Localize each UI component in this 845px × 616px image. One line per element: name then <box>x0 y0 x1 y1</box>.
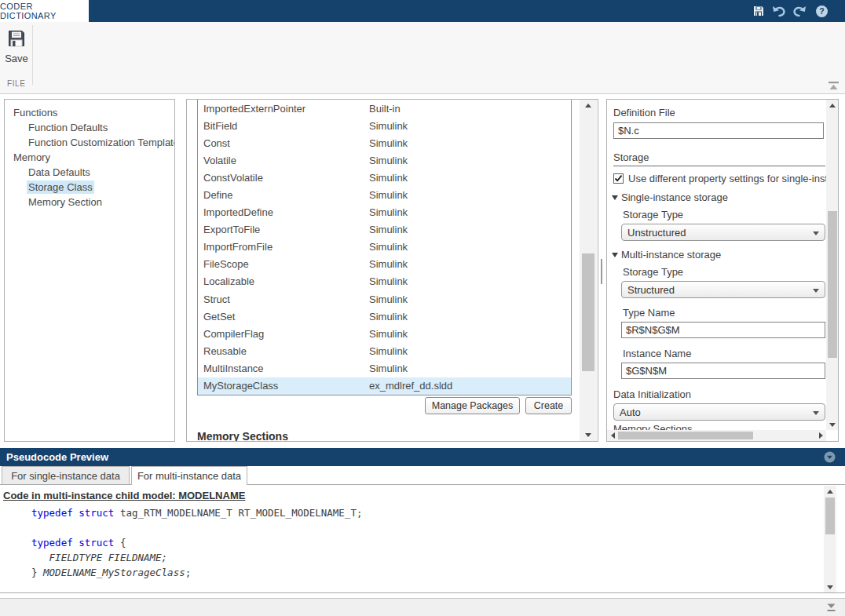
single-instance-storage-expander[interactable]: Single-instance storage <box>612 191 728 203</box>
storage-class-name-cell: Volatile <box>198 155 369 166</box>
storage-class-source-cell: Simulink <box>369 224 571 235</box>
toolstrip-tab-bar: CODER DICTIONARY <box>0 0 845 22</box>
tree-item-storage-class[interactable]: Storage Class <box>5 180 174 195</box>
code-line <box>31 581 362 593</box>
tab-coder-dictionary-label: CODER DICTIONARY <box>0 2 89 20</box>
property-panel-hscrollbar[interactable] <box>607 430 826 441</box>
storage-class-row-importeddefine[interactable]: ImportedDefineSimulink <box>198 204 571 221</box>
storage-class-source-cell: Simulink <box>369 189 571 201</box>
single-storage-type-dropdown[interactable]: Unstructured <box>621 224 825 241</box>
scroll-down-icon[interactable] <box>826 419 839 430</box>
tab-multi-instance-label: For multi-instance data <box>137 470 241 482</box>
storage-class-row-struct[interactable]: StructSimulink <box>198 290 571 308</box>
scroll-left-icon[interactable] <box>607 430 618 441</box>
storage-class-name-cell: Localizable <box>198 275 369 287</box>
storage-class-row-bitfield[interactable]: BitFieldSimulink <box>198 117 571 134</box>
tab-single-instance-data[interactable]: For single-instance data <box>2 466 130 484</box>
tab-coder-dictionary[interactable]: CODER DICTIONARY <box>0 0 89 22</box>
definition-file-label: Definition File <box>613 107 675 118</box>
redo-icon[interactable] <box>792 4 807 18</box>
multi-instance-storage-expander[interactable]: Multi-instance storage <box>612 249 721 261</box>
manage-packages-button[interactable]: Manage Packages <box>425 397 520 414</box>
storage-class-row-multiinstance[interactable]: MultiInstanceSimulink <box>198 359 571 377</box>
storage-class-row-compilerflag[interactable]: CompilerFlagSimulink <box>198 325 571 342</box>
quick-save-icon[interactable] <box>751 4 766 18</box>
storage-class-row-localizable[interactable]: LocalizableSimulink <box>198 273 571 290</box>
tree-item-data-defaults[interactable]: Data Defaults <box>5 165 174 180</box>
undo-icon[interactable] <box>771 4 787 18</box>
collapse-panel-icon[interactable] <box>824 451 836 463</box>
tree-item-label: Function Customization Template <box>27 136 175 149</box>
minimize-panel-icon[interactable] <box>825 602 837 613</box>
scroll-down-icon[interactable] <box>580 429 597 441</box>
storage-class-row-exporttofile[interactable]: ExportToFileSimulink <box>198 221 571 239</box>
storage-class-row-getset[interactable]: GetSetSimulink <box>198 308 571 325</box>
panel-splitter[interactable] <box>601 259 602 284</box>
storage-class-row-reusable[interactable]: ReusableSimulink <box>198 342 571 359</box>
scroll-right-icon[interactable] <box>815 430 826 441</box>
storage-section-header: Storage <box>613 151 825 166</box>
scrollbar-thumb[interactable] <box>825 498 835 534</box>
save-button-label: Save <box>5 53 28 64</box>
scroll-down-icon[interactable] <box>824 581 836 592</box>
storage-class-name-cell: Struct <box>198 293 369 305</box>
status-bar <box>0 598 845 616</box>
storage-class-source-cell: Simulink <box>369 311 571 323</box>
storage-class-source-cell: Built-in <box>369 103 571 115</box>
memory-sections-heading: Memory Sections <box>197 430 288 442</box>
create-button[interactable]: Create <box>525 397 572 414</box>
tree-item-memory-section[interactable]: Memory Section <box>5 195 174 210</box>
scroll-up-icon[interactable] <box>826 100 839 111</box>
storage-class-row-importedexternpointer[interactable]: ImportedExternPointerBuilt-in <box>198 100 571 117</box>
dropdown-arrow-icon <box>813 411 819 415</box>
storage-class-row-const[interactable]: ConstSimulink <box>198 134 571 151</box>
scroll-up-icon[interactable] <box>580 100 597 111</box>
collapse-up-icon <box>827 81 840 91</box>
storage-class-row-define[interactable]: DefineSimulink <box>198 186 571 203</box>
tree-item-label: Function Defaults <box>27 121 109 134</box>
storage-class-row-constvolatile[interactable]: ConstVolatileSimulink <box>198 169 571 186</box>
multi-storage-type-dropdown[interactable]: Structured <box>621 281 825 298</box>
tree-item-memory[interactable]: Memory <box>5 150 174 165</box>
instance-name-input[interactable] <box>621 363 825 379</box>
property-panel-vscrollbar[interactable] <box>826 100 839 430</box>
storage-class-row-filescope[interactable]: FileScopeSimulink <box>198 256 571 273</box>
pseudocode-vscrollbar[interactable] <box>824 486 836 592</box>
storage-class-source-cell: Simulink <box>369 241 571 253</box>
storage-class-source-cell: Simulink <box>369 328 571 340</box>
tree-item-function-customization-template[interactable]: Function Customization Template <box>5 135 174 150</box>
storage-class-source-cell: Simulink <box>369 155 571 166</box>
storage-class-source-cell: Simulink <box>369 206 571 218</box>
storage-class-source-cell: Simulink <box>369 172 571 184</box>
storage-class-row-importfromfile[interactable]: ImportFromFileSimulink <box>198 239 571 256</box>
data-initialization-dropdown[interactable]: Auto <box>613 403 825 421</box>
scrollbar-thumb[interactable] <box>618 432 753 439</box>
chevron-down-line-icon <box>825 603 837 613</box>
single-multi-checkbox[interactable] <box>613 173 624 184</box>
storage-class-name-cell: Define <box>198 189 369 201</box>
save-button[interactable]: Save <box>2 28 31 74</box>
storage-panel-vscrollbar[interactable] <box>580 100 597 441</box>
storage-class-row-volatile[interactable]: VolatileSimulink <box>198 151 571 169</box>
tree-item-function-defaults[interactable]: Function Defaults <box>5 120 174 135</box>
storage-class-source-cell: Simulink <box>369 345 571 357</box>
save-icon <box>752 5 765 17</box>
dictionary-tree-panel: FunctionsFunction DefaultsFunction Custo… <box>4 99 175 442</box>
save-icon <box>6 28 27 49</box>
definition-file-input[interactable] <box>613 122 824 139</box>
type-name-input[interactable] <box>621 322 825 338</box>
storage-class-source-cell: ex_mdlref_dd.sldd <box>369 380 571 392</box>
collapse-toolstrip-icon[interactable] <box>827 80 841 91</box>
storage-class-row-mystorageclass[interactable]: MyStorageClassex_mdlref_dd.sldd <box>198 377 571 395</box>
scrollbar-thumb[interactable] <box>582 253 594 371</box>
tab-multi-instance-data[interactable]: For multi-instance data <box>131 466 247 485</box>
tree-item-label: Memory Section <box>27 195 104 209</box>
pseudocode-preview-header: Pseudocode Preview <box>0 448 845 466</box>
toolstrip: Save FILE <box>0 22 845 94</box>
storage-class-name-cell: Reusable <box>198 345 369 357</box>
tree-item-functions[interactable]: Functions <box>5 105 174 120</box>
scrollbar-thumb[interactable] <box>828 211 837 358</box>
scroll-up-icon[interactable] <box>824 486 836 497</box>
help-icon[interactable]: ? <box>814 4 829 18</box>
storage-class-source-cell: Simulink <box>369 137 571 149</box>
